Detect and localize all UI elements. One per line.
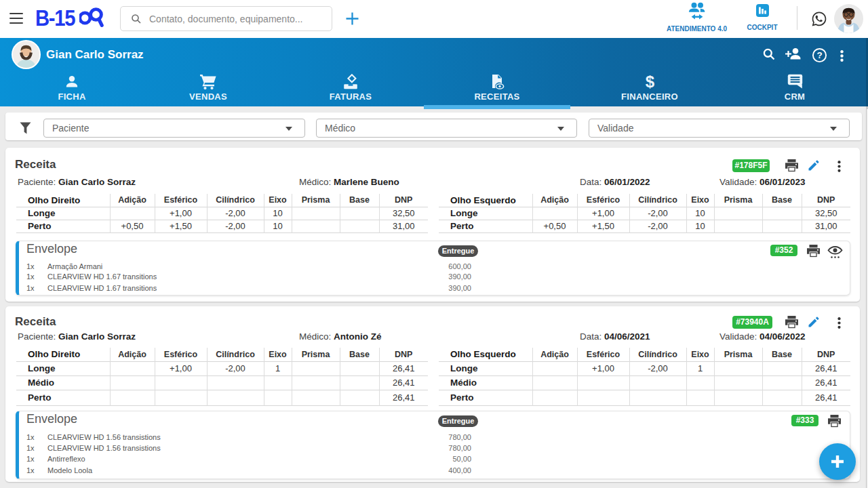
svg-text:$: $ [645,74,654,91]
svg-text:?: ? [816,50,822,60]
